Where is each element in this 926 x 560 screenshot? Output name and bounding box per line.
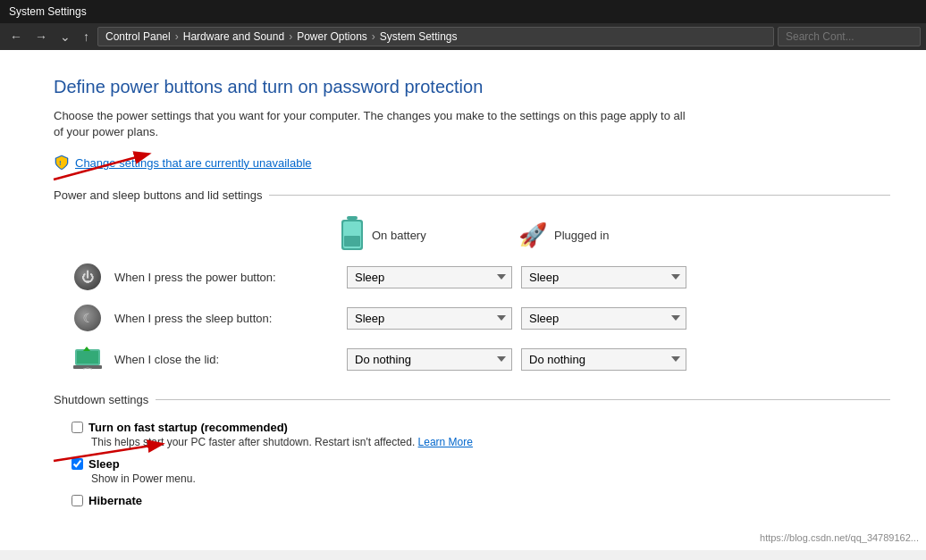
settings-rows: When I press the power button: Sleep Do … (72, 261, 890, 375)
power-button-battery-select[interactable]: Sleep Do nothing Hibernate Shut down Tur… (347, 266, 512, 288)
sleep-button-row: When I press the sleep button: Sleep Do … (72, 302, 890, 334)
power-button-plugged-select[interactable]: Sleep Do nothing Hibernate Shut down Tur… (521, 266, 686, 288)
learn-more-link[interactable]: Learn More (418, 436, 473, 448)
sleep-item: Sleep Show in Power menu. (72, 457, 890, 485)
lid-battery-select[interactable]: Do nothing Sleep Hibernate Shut down Tur… (347, 348, 512, 371)
shutdown-section-header: Shutdown settings (54, 393, 890, 406)
change-settings-link[interactable]: ! Change settings that are currently una… (54, 155, 890, 171)
breadcrumb-item-2[interactable]: Hardware and Sound (183, 30, 284, 43)
sleep-button-label: When I press the sleep button: (114, 312, 347, 325)
search-input[interactable] (778, 27, 921, 46)
sleep-text: Sleep (88, 457, 120, 471)
lid-row: When I close the lid: Do nothing Sleep H… (72, 343, 890, 375)
title-bar: System Settings (0, 0, 926, 23)
shutdown-section: Shutdown settings Turn on fast startup (… (54, 393, 890, 507)
shield-icon: ! (54, 155, 70, 171)
change-settings-text[interactable]: Change settings that are currently unava… (75, 156, 312, 170)
hibernate-text: Hibernate (88, 494, 142, 507)
recent-button[interactable]: ⌄ (55, 28, 75, 46)
fast-startup-item: Turn on fast startup (recommended) This … (72, 421, 890, 448)
sleep-button-icon (72, 302, 104, 334)
page-description: Choose the power settings that you want … (54, 108, 697, 140)
address-bar: ← → ⌄ ↑ Control Panel › Hardware and Sou… (0, 23, 926, 50)
lid-dropdowns: Do nothing Sleep Hibernate Shut down Tur… (347, 348, 686, 371)
lid-icon (72, 343, 104, 375)
battery-icon (340, 216, 365, 254)
column-headers: On battery 🚀 Plugged in (340, 216, 890, 254)
breadcrumb-item-3[interactable]: Power Options (297, 30, 367, 43)
lid-label: When I close the lid: (114, 353, 347, 366)
fast-startup-checkbox[interactable] (72, 422, 83, 433)
sleep-button-dropdowns: Sleep Do nothing Hibernate Shut down Tur… (347, 307, 686, 330)
svg-text:!: ! (59, 159, 62, 167)
power-button-dropdowns: Sleep Do nothing Hibernate Shut down Tur… (347, 266, 686, 288)
svg-marker-12 (83, 347, 90, 351)
up-button[interactable]: ↑ (79, 28, 94, 46)
power-button-icon (72, 261, 104, 293)
power-sleep-section-header: Power and sleep buttons and lid settings (54, 188, 890, 202)
sleep-button-battery-select[interactable]: Sleep Do nothing Hibernate Shut down Tur… (347, 307, 512, 330)
url-hint: https://blog.csdn.net/qq_34789162... (760, 532, 919, 543)
hibernate-label[interactable]: Hibernate (72, 494, 890, 507)
breadcrumb-item-1[interactable]: Control Panel (105, 30, 171, 43)
window-title: System Settings (9, 5, 87, 18)
breadcrumb: Control Panel › Hardware and Sound › Pow… (97, 27, 774, 46)
col-header-battery: On battery (340, 216, 518, 254)
power-button-row: When I press the power button: Sleep Do … (72, 261, 890, 293)
col-plugged-label: Plugged in (554, 229, 609, 242)
breadcrumb-sep-2: › (289, 30, 292, 43)
back-button[interactable]: ← (5, 28, 27, 46)
power-button-label: When I press the power button: (114, 271, 347, 284)
svg-rect-10 (77, 351, 98, 364)
svg-rect-5 (347, 216, 358, 220)
breadcrumb-sep-3: › (372, 30, 375, 43)
sleep-subtext: Show in Power menu. (91, 472, 890, 485)
col-battery-label: On battery (372, 229, 426, 242)
fast-startup-text: Turn on fast startup (recommended) (88, 421, 288, 434)
shutdown-section-label: Shutdown settings (54, 393, 148, 406)
breadcrumb-item-4: System Settings (380, 30, 458, 43)
fast-startup-label[interactable]: Turn on fast startup (recommended) (72, 421, 890, 434)
section-divider-2 (156, 399, 890, 400)
fast-startup-subtext: This helps start your PC faster after sh… (91, 436, 890, 448)
breadcrumb-sep-1: › (175, 30, 179, 43)
hibernate-item: Hibernate (72, 494, 890, 507)
rocket-icon: 🚀 (518, 221, 547, 249)
hibernate-checkbox[interactable] (72, 495, 83, 506)
svg-rect-8 (344, 236, 360, 247)
page-title: Define power buttons and turn on passwor… (54, 77, 890, 97)
col-header-plugged: 🚀 Plugged in (518, 216, 697, 254)
content-area: Define power buttons and turn on passwor… (0, 50, 926, 550)
lid-plugged-select[interactable]: Do nothing Sleep Hibernate Shut down Tur… (521, 348, 686, 371)
section-divider-1 (269, 195, 890, 196)
sleep-label[interactable]: Sleep (72, 457, 890, 471)
shutdown-items: Turn on fast startup (recommended) This … (72, 421, 890, 507)
forward-button[interactable]: → (30, 28, 52, 46)
sleep-checkbox[interactable] (72, 458, 83, 470)
laptop-icon (72, 344, 103, 374)
sleep-button-plugged-select[interactable]: Sleep Do nothing Hibernate Shut down Tur… (521, 307, 686, 330)
power-sleep-section-label: Power and sleep buttons and lid settings (54, 188, 262, 202)
